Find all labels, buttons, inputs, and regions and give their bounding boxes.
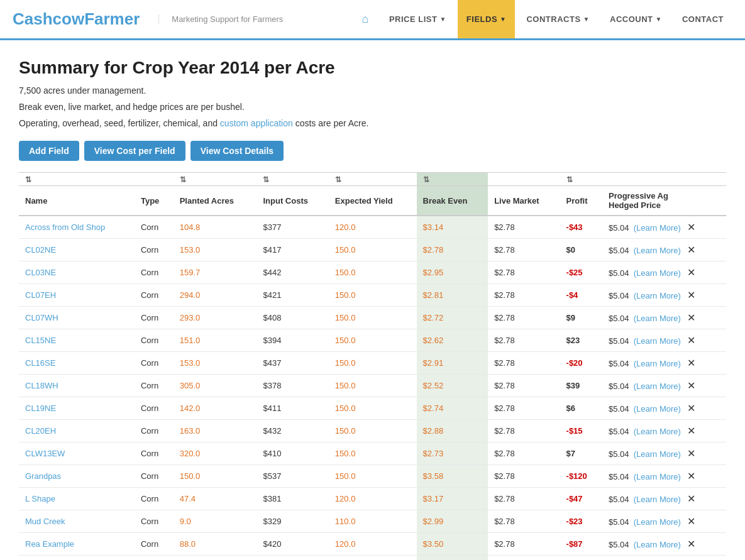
field-link[interactable]: CL19NE bbox=[25, 404, 56, 413]
sort-yield-icon[interactable]: ⇅ bbox=[335, 175, 341, 184]
sort-name-icon[interactable]: ⇅ bbox=[25, 175, 31, 184]
cell-type: Corn bbox=[135, 397, 174, 420]
learn-more-link[interactable]: (Learn More) bbox=[634, 495, 681, 504]
delete-row-icon[interactable]: ✕ bbox=[687, 312, 695, 323]
sort-input-icon[interactable]: ⇅ bbox=[263, 175, 269, 184]
delete-row-icon[interactable]: ✕ bbox=[687, 290, 695, 300]
learn-more-link[interactable]: (Learn More) bbox=[634, 449, 681, 459]
delete-row-icon[interactable]: ✕ bbox=[687, 335, 695, 346]
sort-live[interactable] bbox=[488, 173, 560, 186]
field-link[interactable]: CL03NE bbox=[25, 268, 56, 277]
delete-row-icon[interactable]: ✕ bbox=[687, 222, 695, 233]
learn-more-link[interactable]: (Learn More) bbox=[634, 336, 681, 346]
add-field-button[interactable]: Add Field bbox=[19, 141, 79, 161]
cell-planted: 47.4 bbox=[174, 488, 257, 510]
nav-price-list[interactable]: PRICE LIST ▼ bbox=[380, 0, 455, 38]
delete-row-icon[interactable]: ✕ bbox=[687, 380, 695, 391]
delete-row-icon[interactable]: ✕ bbox=[687, 358, 695, 368]
sort-profit-icon[interactable]: ⇅ bbox=[566, 175, 573, 184]
cell-breakeven: $2.91 bbox=[417, 352, 488, 375]
delete-row-icon[interactable]: ✕ bbox=[687, 448, 695, 459]
cell-breakeven: $2.99 bbox=[417, 510, 488, 533]
sort-name[interactable]: ⇅ bbox=[19, 173, 135, 186]
sort-input[interactable]: ⇅ bbox=[257, 173, 328, 186]
cell-breakeven: $2.74 bbox=[417, 397, 488, 420]
cell-hedge: $5.04 (Learn More) ✕ bbox=[602, 397, 726, 420]
cell-breakeven: $3.03 bbox=[417, 556, 488, 561]
nav-home-button[interactable]: ⌂ bbox=[353, 0, 378, 38]
learn-more-link[interactable]: (Learn More) bbox=[634, 472, 681, 481]
cell-name: CL15NE bbox=[19, 329, 135, 352]
cell-planted: 153.0 bbox=[174, 239, 257, 261]
learn-more-link[interactable]: (Learn More) bbox=[634, 540, 681, 549]
learn-more-link[interactable]: (Learn More) bbox=[634, 223, 681, 233]
cell-yield: 150.0 bbox=[329, 420, 417, 442]
field-link[interactable]: CL15NE bbox=[25, 336, 56, 345]
view-cost-details-button[interactable]: View Cost Details bbox=[190, 141, 284, 161]
nav-contracts[interactable]: CONTRACTS ▼ bbox=[517, 0, 599, 38]
sort-planted-icon[interactable]: ⇅ bbox=[180, 175, 186, 184]
delete-row-icon[interactable]: ✕ bbox=[687, 403, 695, 414]
learn-more-link[interactable]: (Learn More) bbox=[634, 246, 681, 255]
cell-name: CL07EH bbox=[19, 284, 135, 307]
field-link[interactable]: L Shape bbox=[25, 494, 55, 503]
field-link[interactable]: Mud Creek bbox=[25, 517, 65, 526]
cell-yield: 120.0 bbox=[329, 216, 417, 239]
learn-more-link[interactable]: (Learn More) bbox=[634, 382, 681, 391]
field-link[interactable]: Rea Example bbox=[25, 539, 74, 549]
view-cost-per-field-button[interactable]: View Cost per Field bbox=[84, 141, 185, 161]
table-row: CL18WH Corn 305.0 $378 150.0 $2.52 $2.78… bbox=[19, 375, 726, 397]
field-link[interactable]: Grandpas bbox=[25, 471, 61, 481]
delete-row-icon[interactable]: ✕ bbox=[687, 425, 695, 436]
field-link[interactable]: CL20EH bbox=[25, 426, 56, 436]
learn-more-link[interactable]: (Learn More) bbox=[634, 314, 681, 323]
cell-yield: 120.0 bbox=[329, 488, 417, 510]
cell-name: CL16SE bbox=[19, 352, 135, 375]
cell-profit: $23 bbox=[560, 329, 602, 352]
nav-fields[interactable]: FIELDS ▼ bbox=[458, 0, 516, 38]
learn-more-link[interactable]: (Learn More) bbox=[634, 268, 681, 278]
delete-row-icon[interactable]: ✕ bbox=[687, 539, 695, 549]
field-link[interactable]: CL07EH bbox=[25, 290, 56, 300]
field-link[interactable]: CLW13EW bbox=[25, 449, 65, 458]
field-link[interactable]: CL18WH bbox=[25, 381, 58, 390]
logo: CashcowFarmer bbox=[13, 9, 140, 29]
col-hedge: Progressive AgHedged Price bbox=[602, 186, 726, 216]
cell-hedge: $5.04 (Learn More) ✕ bbox=[602, 284, 726, 307]
action-buttons: Add Field View Cost per Field View Cost … bbox=[19, 141, 726, 161]
delete-row-icon[interactable]: ✕ bbox=[687, 471, 695, 481]
learn-more-link[interactable]: (Learn More) bbox=[634, 291, 681, 300]
cell-hedge: $5.04 (Learn More) ✕ bbox=[602, 261, 726, 284]
sort-type[interactable] bbox=[135, 173, 174, 186]
cell-yield: 110.0 bbox=[329, 510, 417, 533]
cell-profit: $9 bbox=[560, 307, 602, 329]
cell-yield: 150.0 bbox=[329, 352, 417, 375]
field-link[interactable]: CL07WH bbox=[25, 313, 58, 322]
sort-breakeven-icon[interactable]: ⇅ bbox=[423, 175, 429, 184]
cell-type: Corn bbox=[135, 510, 174, 533]
nav-account[interactable]: ACCOUNT ▼ bbox=[601, 0, 671, 38]
sort-planted[interactable]: ⇅ bbox=[174, 173, 257, 186]
custom-app-link[interactable]: custom application bbox=[220, 118, 293, 128]
learn-more-link[interactable]: (Learn More) bbox=[634, 404, 681, 414]
delete-row-icon[interactable]: ✕ bbox=[687, 267, 695, 278]
delete-row-icon[interactable]: ✕ bbox=[687, 244, 695, 255]
delete-row-icon[interactable]: ✕ bbox=[687, 493, 695, 504]
col-planted: Planted Acres bbox=[174, 186, 257, 216]
cell-breakeven: $3.50 bbox=[417, 533, 488, 556]
field-link[interactable]: CL02NE bbox=[25, 245, 56, 255]
field-link[interactable]: Across from Old Shop bbox=[25, 222, 105, 232]
learn-more-link[interactable]: (Learn More) bbox=[634, 359, 681, 368]
sort-hedge[interactable] bbox=[602, 173, 726, 186]
delete-row-icon[interactable]: ✕ bbox=[687, 516, 695, 527]
sort-breakeven[interactable]: ⇅ bbox=[417, 173, 488, 186]
learn-more-link[interactable]: (Learn More) bbox=[634, 427, 681, 436]
nav-contact[interactable]: CONTACT bbox=[673, 0, 732, 38]
field-link[interactable]: CL16SE bbox=[25, 358, 55, 368]
learn-more-link[interactable]: (Learn More) bbox=[634, 517, 681, 527]
table-row: Mud Creek Corn 9.0 $329 110.0 $2.99 $2.7… bbox=[19, 510, 726, 533]
sort-profit[interactable]: ⇅ bbox=[560, 173, 602, 186]
cell-planted: 151.0 bbox=[174, 329, 257, 352]
sort-yield[interactable]: ⇅ bbox=[329, 173, 417, 186]
cell-yield: 150.0 bbox=[329, 397, 417, 420]
